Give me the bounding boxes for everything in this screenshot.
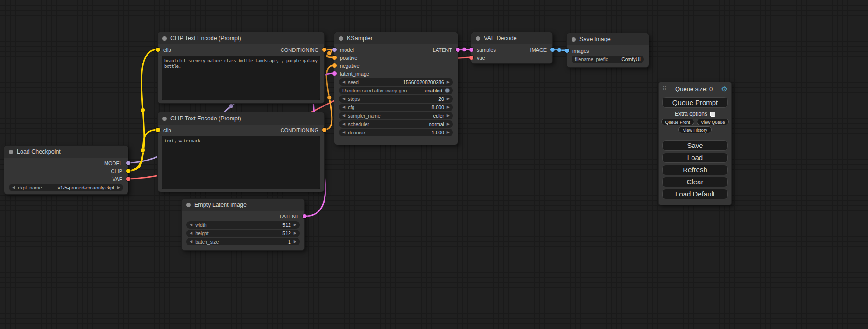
view-history-button[interactable]: View History [678, 126, 712, 133]
collapse-dot-icon[interactable] [9, 150, 13, 154]
input-slot-label: vae [477, 55, 485, 61]
increment-arrow-icon[interactable]: ▶ [447, 122, 450, 126]
widget-ckpt-name[interactable]: ◀ ckpt_name v1-5-pruned-emaonly.ckpt ▶ [9, 184, 123, 191]
increment-arrow-icon[interactable]: ▶ [294, 240, 296, 244]
drag-handle-icon[interactable]: ⠿ [663, 85, 667, 92]
load-button[interactable]: Load [662, 153, 728, 163]
widget-label: ckpt_name [18, 185, 42, 190]
decrement-arrow-icon[interactable]: ◀ [12, 186, 15, 189]
widget-random-seed-toggle[interactable]: Random seed after every gen enabled [339, 87, 453, 94]
input-slot-latent-image[interactable] [332, 71, 337, 76]
input-slot-label: clip [163, 47, 171, 53]
node-load-checkpoint[interactable]: Load Checkpoint MODEL CLIP VAE ◀ ckpt_na… [4, 145, 128, 195]
input-slot-clip[interactable] [156, 128, 160, 132]
output-slot-label: CONDITIONING [281, 47, 318, 53]
collapse-dot-icon[interactable] [162, 117, 167, 121]
node-ksampler[interactable]: KSampler model LATENT positive negative … [334, 32, 458, 145]
widget-scheduler[interactable]: ◀ scheduler normal ▶ [339, 120, 453, 128]
graph-canvas[interactable]: Load Checkpoint MODEL CLIP VAE ◀ ckpt_na… [0, 0, 868, 329]
output-slot-model[interactable] [126, 161, 130, 165]
collapse-dot-icon[interactable] [572, 37, 576, 42]
widget-filename-prefix[interactable]: filename_prefix ComfyUI [572, 56, 644, 63]
input-slot-clip[interactable] [156, 48, 160, 52]
output-slot-label: LATENT [433, 47, 452, 53]
increment-arrow-icon[interactable]: ▶ [294, 231, 296, 235]
increment-arrow-icon[interactable]: ▶ [294, 223, 296, 227]
collapse-dot-icon[interactable] [476, 36, 480, 41]
node-vae-decode[interactable]: VAE Decode samples IMAGE vae [471, 32, 553, 64]
widget-batch-size[interactable]: ◀ batch_size 1 ▶ [186, 238, 300, 245]
prompt-text-area[interactable]: beautiful scenery nature glass bottle la… [162, 56, 320, 100]
queue-prompt-button[interactable]: Queue Prompt [662, 97, 728, 108]
node-title: Empty Latent Image [194, 202, 247, 208]
node-save-image[interactable]: Save Image images filename_prefix ComfyU… [566, 33, 649, 68]
increment-arrow-icon[interactable]: ▶ [447, 105, 450, 109]
node-empty-latent-image[interactable]: Empty Latent Image LATENT ◀ width 512 ▶ … [181, 198, 305, 251]
output-slot-latent[interactable] [303, 214, 307, 218]
widget-value: 156680208700286 [403, 79, 444, 85]
save-button[interactable]: Save [662, 140, 728, 151]
decrement-arrow-icon[interactable]: ◀ [190, 240, 192, 244]
input-slot-model[interactable] [332, 48, 337, 52]
increment-arrow-icon[interactable]: ▶ [117, 186, 120, 189]
input-slot-negative[interactable] [332, 63, 337, 68]
toggle-ball-icon[interactable] [445, 88, 450, 93]
input-slot-label: samples [477, 47, 496, 53]
decrement-arrow-icon[interactable]: ◀ [342, 80, 345, 84]
widget-label: steps [348, 96, 360, 102]
output-slot-clip[interactable] [126, 169, 130, 173]
widget-label: width [195, 222, 207, 228]
clear-button[interactable]: Clear [662, 177, 728, 187]
collapse-dot-icon[interactable] [162, 36, 167, 41]
node-title-bar[interactable]: Load Checkpoint [4, 146, 128, 158]
input-slot-positive[interactable] [332, 56, 337, 60]
widget-denoise[interactable]: ◀ denoise 1.000 ▶ [339, 129, 453, 136]
increment-arrow-icon[interactable]: ▶ [447, 131, 450, 134]
decrement-arrow-icon[interactable]: ◀ [342, 131, 345, 134]
decrement-arrow-icon[interactable]: ◀ [342, 114, 345, 118]
node-title-bar[interactable]: VAE Decode [471, 32, 552, 44]
queue-front-button[interactable]: Queue Front [661, 119, 694, 125]
load-default-button[interactable]: Load Default [662, 189, 728, 199]
increment-arrow-icon[interactable]: ▶ [447, 97, 450, 101]
output-slot-vae[interactable] [126, 177, 130, 181]
output-slot-image[interactable] [550, 48, 555, 52]
output-slot-conditioning[interactable] [322, 128, 326, 132]
widget-steps[interactable]: ◀ steps 20 ▶ [339, 95, 453, 103]
widget-cfg[interactable]: ◀ cfg 8.000 ▶ [339, 104, 453, 111]
input-slot-vae[interactable] [469, 56, 473, 60]
collapse-dot-icon[interactable] [186, 203, 191, 207]
prompt-text-area[interactable]: text, watermark [162, 136, 320, 189]
view-queue-button[interactable]: View Queue [697, 119, 729, 125]
increment-arrow-icon[interactable]: ▶ [447, 80, 450, 84]
decrement-arrow-icon[interactable]: ◀ [342, 105, 345, 109]
extra-options-checkbox[interactable] [710, 112, 715, 117]
node-title-bar[interactable]: CLIP Text Encode (Prompt) [158, 112, 324, 125]
node-title-bar[interactable]: KSampler [334, 32, 458, 44]
widget-seed[interactable]: ◀ seed 156680208700286 ▶ [339, 78, 453, 86]
settings-gear-icon[interactable]: ⚙ [721, 85, 727, 92]
input-slot-images[interactable] [565, 49, 569, 53]
increment-arrow-icon[interactable]: ▶ [447, 114, 450, 118]
output-slot-latent[interactable] [456, 48, 460, 52]
widget-label: scheduler [348, 121, 369, 127]
output-slot-label: IMAGE [530, 47, 547, 53]
node-title-bar[interactable]: Save Image [567, 33, 649, 45]
widget-height[interactable]: ◀ height 512 ▶ [186, 230, 300, 237]
collapse-dot-icon[interactable] [339, 36, 343, 41]
refresh-button[interactable]: Refresh [662, 165, 728, 175]
decrement-arrow-icon[interactable]: ◀ [190, 223, 192, 227]
widget-label: denoise [348, 130, 365, 135]
decrement-arrow-icon[interactable]: ◀ [342, 97, 345, 101]
decrement-arrow-icon[interactable]: ◀ [190, 231, 192, 235]
input-slot-samples[interactable] [469, 48, 473, 52]
node-title-bar[interactable]: Empty Latent Image [182, 199, 304, 211]
widget-width[interactable]: ◀ width 512 ▶ [186, 221, 300, 229]
node-clip-text-encode-positive[interactable]: CLIP Text Encode (Prompt) clip CONDITION… [157, 32, 325, 104]
node-title-bar[interactable]: CLIP Text Encode (Prompt) [158, 32, 324, 44]
output-slot-conditioning[interactable] [322, 48, 326, 52]
decrement-arrow-icon[interactable]: ◀ [342, 122, 345, 126]
queue-size-label: Queue size: 0 [667, 85, 721, 92]
widget-sampler-name[interactable]: ◀ sampler_name euler ▶ [339, 112, 453, 119]
node-clip-text-encode-negative[interactable]: CLIP Text Encode (Prompt) clip CONDITION… [157, 112, 325, 192]
